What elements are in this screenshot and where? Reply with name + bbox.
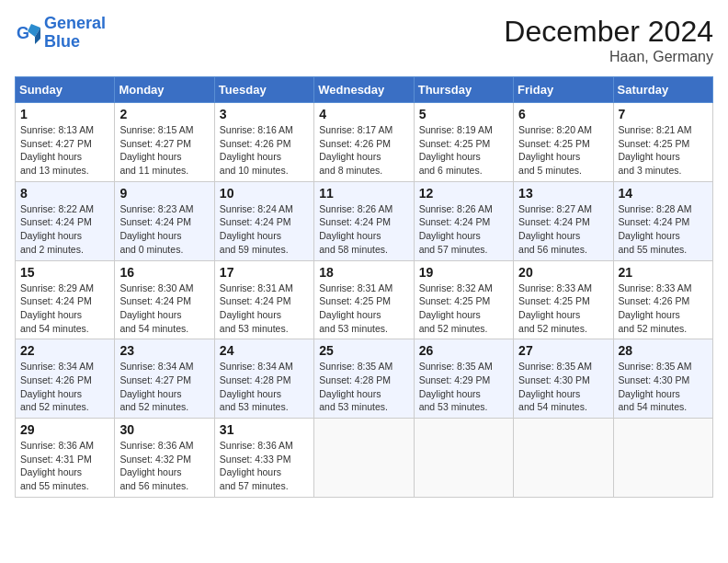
day-number: 13 <box>518 186 608 201</box>
day-cell-15: 15 Sunrise: 8:29 AMSunset: 4:24 PMDaylig… <box>16 260 115 339</box>
calendar-header-thursday: Thursday <box>414 77 513 103</box>
day-cell-6: 6 Sunrise: 8:20 AMSunset: 4:25 PMDayligh… <box>514 103 613 182</box>
day-number: 23 <box>119 343 209 358</box>
day-cell-8: 8 Sunrise: 8:22 AMSunset: 4:24 PMDayligh… <box>16 181 115 260</box>
day-number: 26 <box>419 343 508 358</box>
day-info: Sunrise: 8:35 AMSunset: 4:30 PMDaylight … <box>518 360 608 414</box>
day-info: Sunrise: 8:33 AMSunset: 4:26 PMDaylight … <box>619 282 708 336</box>
logo-blue: Blue <box>44 32 80 51</box>
empty-cell <box>514 419 613 498</box>
day-info: Sunrise: 8:36 AMSunset: 4:31 PMDaylight … <box>20 439 109 493</box>
logo-text: General Blue <box>44 15 106 52</box>
day-number: 16 <box>119 265 209 280</box>
day-info: Sunrise: 8:26 AMSunset: 4:24 PMDaylight … <box>419 202 508 257</box>
day-number: 27 <box>518 343 608 358</box>
calendar-week-row-3: 15 Sunrise: 8:29 AMSunset: 4:24 PMDaylig… <box>16 260 713 339</box>
day-number: 29 <box>20 422 109 437</box>
day-number: 20 <box>518 265 608 280</box>
calendar-week-row-5: 29 Sunrise: 8:36 AMSunset: 4:31 PMDaylig… <box>16 419 713 498</box>
day-number: 18 <box>319 265 408 280</box>
day-info: Sunrise: 8:34 AMSunset: 4:26 PMDaylight … <box>20 360 109 414</box>
day-number: 21 <box>619 265 708 280</box>
day-cell-23: 23 Sunrise: 8:34 AMSunset: 4:27 PMDaylig… <box>115 339 214 419</box>
day-cell-24: 24 Sunrise: 8:34 AMSunset: 4:28 PMDaylig… <box>214 339 313 419</box>
day-info: Sunrise: 8:32 AMSunset: 4:25 PMDaylight … <box>419 282 508 336</box>
day-number: 28 <box>619 343 708 358</box>
day-info: Sunrise: 8:21 AMSunset: 4:25 PMDaylight … <box>619 123 708 178</box>
day-number: 24 <box>220 343 309 358</box>
title-block: December 2024 Haan, Germany <box>504 15 713 65</box>
day-cell-19: 19 Sunrise: 8:32 AMSunset: 4:25 PMDaylig… <box>414 260 513 339</box>
day-info: Sunrise: 8:22 AMSunset: 4:24 PMDaylight … <box>20 202 109 257</box>
day-info: Sunrise: 8:35 AMSunset: 4:29 PMDaylight … <box>419 360 508 414</box>
day-info: Sunrise: 8:13 AMSunset: 4:27 PMDaylight … <box>20 123 109 178</box>
day-cell-31: 31 Sunrise: 8:36 AMSunset: 4:33 PMDaylig… <box>214 419 313 498</box>
day-cell-3: 3 Sunrise: 8:16 AMSunset: 4:26 PMDayligh… <box>214 103 313 182</box>
day-cell-7: 7 Sunrise: 8:21 AMSunset: 4:25 PMDayligh… <box>613 103 712 182</box>
day-info: Sunrise: 8:36 AMSunset: 4:32 PMDaylight … <box>119 439 209 493</box>
day-number: 5 <box>419 107 508 121</box>
calendar-week-row-4: 22 Sunrise: 8:34 AMSunset: 4:26 PMDaylig… <box>16 339 713 419</box>
page-header: G General Blue December 2024 Haan, Germa… <box>15 15 713 65</box>
day-cell-2: 2 Sunrise: 8:15 AMSunset: 4:27 PMDayligh… <box>115 103 214 182</box>
day-cell-13: 13 Sunrise: 8:27 AMSunset: 4:24 PMDaylig… <box>514 181 613 260</box>
calendar-header-sunday: Sunday <box>16 77 115 103</box>
day-info: Sunrise: 8:34 AMSunset: 4:28 PMDaylight … <box>220 360 309 414</box>
day-cell-9: 9 Sunrise: 8:23 AMSunset: 4:24 PMDayligh… <box>115 181 214 260</box>
day-number: 17 <box>220 265 309 280</box>
day-info: Sunrise: 8:27 AMSunset: 4:24 PMDaylight … <box>518 202 608 257</box>
day-number: 6 <box>518 107 608 121</box>
day-cell-12: 12 Sunrise: 8:26 AMSunset: 4:24 PMDaylig… <box>414 181 513 260</box>
calendar-week-row-1: 1 Sunrise: 8:13 AMSunset: 4:27 PMDayligh… <box>16 103 713 182</box>
day-number: 11 <box>319 186 408 201</box>
empty-cell <box>613 419 712 498</box>
day-cell-30: 30 Sunrise: 8:36 AMSunset: 4:32 PMDaylig… <box>115 419 214 498</box>
day-info: Sunrise: 8:35 AMSunset: 4:28 PMDaylight … <box>319 360 408 414</box>
day-info: Sunrise: 8:20 AMSunset: 4:25 PMDaylight … <box>518 123 608 178</box>
logo-icon: G <box>15 20 40 46</box>
day-cell-29: 29 Sunrise: 8:36 AMSunset: 4:31 PMDaylig… <box>16 419 115 498</box>
day-number: 2 <box>119 107 209 121</box>
day-info: Sunrise: 8:31 AMSunset: 4:25 PMDaylight … <box>319 282 408 336</box>
day-info: Sunrise: 8:28 AMSunset: 4:24 PMDaylight … <box>619 202 708 257</box>
day-info: Sunrise: 8:34 AMSunset: 4:27 PMDaylight … <box>119 360 209 414</box>
calendar-header-wednesday: Wednesday <box>314 77 414 103</box>
day-cell-28: 28 Sunrise: 8:35 AMSunset: 4:30 PMDaylig… <box>613 339 712 419</box>
day-number: 25 <box>319 343 408 358</box>
calendar-header-tuesday: Tuesday <box>214 77 313 103</box>
day-info: Sunrise: 8:15 AMSunset: 4:27 PMDaylight … <box>119 123 209 178</box>
day-cell-21: 21 Sunrise: 8:33 AMSunset: 4:26 PMDaylig… <box>613 260 712 339</box>
day-info: Sunrise: 8:35 AMSunset: 4:30 PMDaylight … <box>619 360 708 414</box>
logo-general: General <box>44 14 106 32</box>
day-number: 3 <box>220 107 309 121</box>
month-title: December 2024 <box>504 15 713 49</box>
day-cell-14: 14 Sunrise: 8:28 AMSunset: 4:24 PMDaylig… <box>613 181 712 260</box>
day-number: 15 <box>20 265 109 280</box>
calendar-header-friday: Friday <box>514 77 613 103</box>
day-cell-27: 27 Sunrise: 8:35 AMSunset: 4:30 PMDaylig… <box>514 339 613 419</box>
calendar-week-row-2: 8 Sunrise: 8:22 AMSunset: 4:24 PMDayligh… <box>16 181 713 260</box>
day-number: 30 <box>119 422 209 437</box>
day-info: Sunrise: 8:30 AMSunset: 4:24 PMDaylight … <box>119 282 209 336</box>
calendar-header-saturday: Saturday <box>613 77 712 103</box>
day-cell-18: 18 Sunrise: 8:31 AMSunset: 4:25 PMDaylig… <box>314 260 414 339</box>
day-number: 31 <box>220 422 309 437</box>
empty-cell <box>314 419 414 498</box>
logo: G General Blue <box>15 15 106 52</box>
day-number: 12 <box>419 186 508 201</box>
day-info: Sunrise: 8:29 AMSunset: 4:24 PMDaylight … <box>20 282 109 336</box>
day-number: 14 <box>619 186 708 201</box>
day-cell-25: 25 Sunrise: 8:35 AMSunset: 4:28 PMDaylig… <box>314 339 414 419</box>
svg-text:G: G <box>17 24 29 42</box>
day-number: 4 <box>319 107 408 121</box>
location: Haan, Germany <box>504 49 713 65</box>
day-cell-11: 11 Sunrise: 8:26 AMSunset: 4:24 PMDaylig… <box>314 181 414 260</box>
day-number: 7 <box>619 107 708 121</box>
day-cell-10: 10 Sunrise: 8:24 AMSunset: 4:24 PMDaylig… <box>214 181 313 260</box>
day-cell-16: 16 Sunrise: 8:30 AMSunset: 4:24 PMDaylig… <box>115 260 214 339</box>
day-info: Sunrise: 8:19 AMSunset: 4:25 PMDaylight … <box>419 123 508 178</box>
day-info: Sunrise: 8:23 AMSunset: 4:24 PMDaylight … <box>119 202 209 257</box>
day-number: 9 <box>119 186 209 201</box>
day-info: Sunrise: 8:33 AMSunset: 4:25 PMDaylight … <box>518 282 608 336</box>
calendar-table: SundayMondayTuesdayWednesdayThursdayFrid… <box>15 76 713 498</box>
